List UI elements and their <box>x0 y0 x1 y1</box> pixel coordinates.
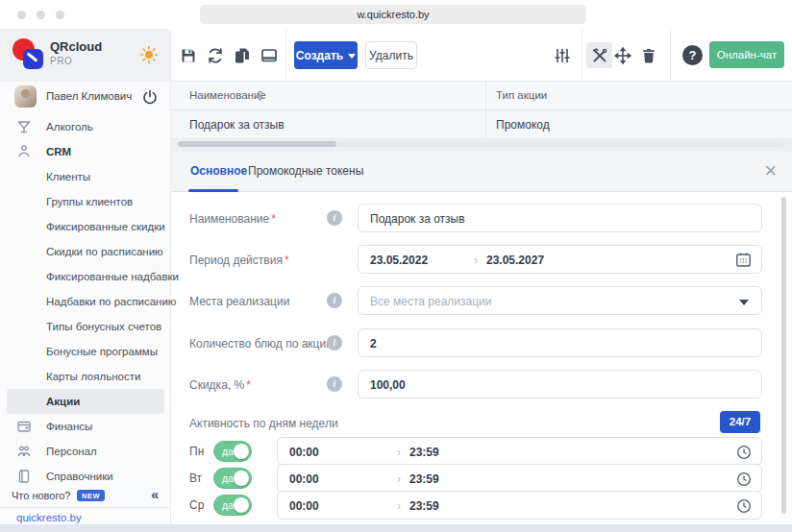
day-toggle[interactable]: да <box>213 468 252 489</box>
book-icon <box>16 469 32 484</box>
sidebar-item-fiksirovannye-skidki[interactable]: Фиксированные скидки <box>0 214 171 239</box>
discount-input[interactable]: 100,00 <box>358 370 762 399</box>
time-range-input[interactable]: 00:00 › 23:59 <box>277 464 762 493</box>
whats-new-label: Что нового? <box>12 490 70 501</box>
vertical-scrollbar[interactable] <box>781 197 786 514</box>
time-from[interactable]: 00:00 <box>289 472 319 486</box>
sidebar-item-crm[interactable]: CRM <box>0 139 171 164</box>
theme-sun-icon[interactable] <box>139 45 159 64</box>
chevron-right-icon: › <box>397 472 401 486</box>
user-name: Павел Климович <box>46 90 132 102</box>
activity-section: Активность по дням недели 24/7 <box>189 413 762 435</box>
site-link[interactable]: quickresto.by <box>16 512 82 523</box>
info-icon[interactable]: i <box>327 335 342 351</box>
chevron-down-icon[interactable] <box>739 300 749 305</box>
brand-plan: PRO <box>50 56 72 66</box>
toolbar-separator <box>670 29 671 81</box>
sidebar-item-personal[interactable]: Персонал <box>0 439 171 464</box>
info-icon[interactable]: i <box>327 293 342 308</box>
field-row-discount: Скидка, %* i 100,00 <box>189 370 762 399</box>
save-icon[interactable] <box>180 47 197 64</box>
toolbar: Создать Удалить <box>171 29 792 82</box>
tab-promokodnye-tokeny[interactable]: Промокодные токены <box>248 164 363 178</box>
day-label: Пн <box>189 445 204 458</box>
time-to[interactable]: 23:59 <box>409 499 439 513</box>
brand-name: QRcloud <box>50 39 102 54</box>
time-range-input[interactable]: 00:00 › 23:59 <box>277 491 762 520</box>
clock-icon[interactable] <box>736 498 752 514</box>
new-badge: NEW <box>77 490 105 501</box>
sidebar-item-bonusnye-programmy[interactable]: Бонусные программы <box>0 339 171 364</box>
sidebar-item-fiksirovannye-nadbavki[interactable]: Фиксированные надбавки <box>0 264 171 289</box>
field-row-dishes: Количество блюд по акции* i 2 <box>189 328 762 357</box>
close-icon[interactable]: × <box>764 157 777 184</box>
logout-power-icon[interactable] <box>142 89 158 105</box>
field-label-places: Места реализации <box>189 295 289 308</box>
delete-button[interactable]: Удалить <box>365 41 417 69</box>
move-icon[interactable] <box>614 47 631 64</box>
collapse-sidebar-icon[interactable]: « <box>151 487 159 502</box>
dishes-input[interactable]: 2 <box>358 328 762 357</box>
time-range-input[interactable]: 00:00 › 23:59 <box>277 437 762 466</box>
window-dot-2[interactable] <box>37 11 45 19</box>
main-area: Создать Удалить <box>171 29 792 532</box>
badge-24-7[interactable]: 24/7 <box>720 411 760 433</box>
help-button[interactable]: ? <box>682 45 703 65</box>
user-row[interactable]: Павел Климович <box>0 82 170 112</box>
time-to[interactable]: 23:59 <box>409 472 439 486</box>
sidebar-item-gruppy-klientov[interactable]: Группы клиентов <box>0 189 171 214</box>
create-button[interactable]: Создать <box>294 41 358 69</box>
browser-chrome: w.quickresto.by <box>0 0 792 29</box>
detail-panel: Основное Промокодные токены × Наименован… <box>171 152 792 524</box>
period-input[interactable]: 23.05.2022 › 23.05.2027 <box>358 245 762 274</box>
horizontal-scrollbar[interactable] <box>178 141 783 147</box>
info-icon[interactable]: i <box>327 376 342 392</box>
places-select[interactable]: Все места реализации <box>358 286 762 315</box>
tab-osnovnoe[interactable]: Основное <box>190 164 247 178</box>
period-to[interactable]: 23.05.2027 <box>486 254 544 267</box>
column-header-type[interactable]: Тип акции <box>496 89 547 101</box>
address-bar[interactable]: w.quickresto.by <box>200 5 586 24</box>
trash-icon[interactable] <box>640 47 657 64</box>
day-label: Ср <box>189 498 204 512</box>
filter-sliders-icon[interactable] <box>554 47 571 64</box>
info-icon[interactable]: i <box>327 210 342 226</box>
clock-icon[interactable] <box>736 445 752 460</box>
time-to[interactable]: 23:59 <box>409 446 439 459</box>
period-from[interactable]: 23.05.2022 <box>370 254 428 267</box>
calendar-icon[interactable] <box>735 252 752 268</box>
day-row-mon: Пн да 00:00 › 23:59 <box>189 437 762 466</box>
copy-icon[interactable] <box>234 47 251 64</box>
active-tab-underline <box>188 189 238 192</box>
clock-icon[interactable] <box>736 472 752 487</box>
time-from[interactable]: 00:00 <box>289 499 319 513</box>
sidebar-item-alkogol[interactable]: Алкоголь <box>0 114 171 139</box>
sort-icon[interactable] <box>254 89 266 102</box>
discount-value: 100,00 <box>370 378 406 392</box>
sidebar-item-klienty[interactable]: Клиенты <box>0 164 171 189</box>
sidebar-item-finansy[interactable]: Финансы <box>0 414 171 439</box>
sidebar-item-tipy-bonusnyh-schetov[interactable]: Типы бонусных счетов <box>0 314 171 339</box>
name-input[interactable]: Подарок за отзыв <box>358 204 762 232</box>
day-toggle[interactable]: да <box>213 495 252 516</box>
sidebar-item-karty-loyalnosti[interactable]: Карты лояльности <box>0 364 171 389</box>
app-window: w.quickresto.by QRcloud PRO П <box>0 0 792 532</box>
display-icon[interactable] <box>260 47 278 64</box>
field-label-dishes: Количество блюд по акции <box>189 337 333 351</box>
horizontal-scrollbar-thumb[interactable] <box>178 141 336 147</box>
field-row-period: Период действия* 23.05.2022 › 23.05.2027 <box>189 245 762 274</box>
user-avatar <box>14 85 37 108</box>
whats-new-bar[interactable]: Что нового? NEW « <box>0 485 170 507</box>
table-row[interactable]: Подарок за отзыв Промокод <box>171 110 792 139</box>
online-chat-button[interactable]: Онлайн-чат <box>709 41 784 68</box>
tools-button[interactable] <box>586 42 612 68</box>
sidebar-item-nadbavki-po-raspisaniyu[interactable]: Надбавки по расписанию <box>0 289 171 314</box>
toggle-knob <box>234 471 249 486</box>
window-dot-1[interactable] <box>17 11 26 19</box>
window-dot-3[interactable] <box>56 11 64 19</box>
refresh-icon[interactable] <box>207 47 224 64</box>
day-toggle[interactable]: да <box>213 441 252 462</box>
sidebar-item-akcii[interactable]: Акции <box>7 389 164 414</box>
time-from[interactable]: 00:00 <box>289 446 319 459</box>
sidebar-item-skidki-po-raspisaniyu[interactable]: Скидки по расписанию <box>0 239 171 264</box>
